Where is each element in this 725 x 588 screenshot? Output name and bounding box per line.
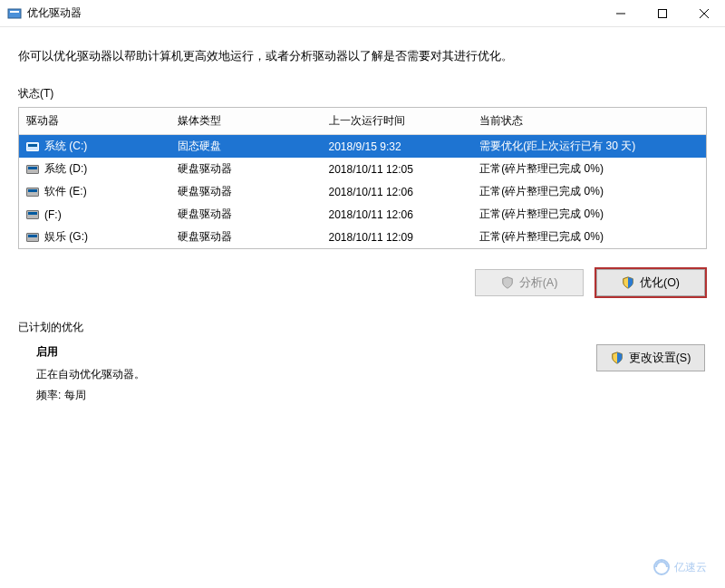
drive-name: 系统 (D:) — [44, 162, 87, 175]
svg-rect-1 — [10, 11, 19, 13]
cell-drive: (F:) — [19, 203, 170, 226]
schedule-enabled-label: 启用 — [36, 344, 145, 360]
maximize-icon — [658, 9, 667, 18]
schedule-info: 启用 正在自动优化驱动器。 频率: 每周 — [18, 344, 145, 409]
maximize-button[interactable] — [642, 0, 683, 27]
col-media[interactable]: 媒体类型 — [170, 108, 322, 135]
drives-table: 驱动器 媒体类型 上一次运行时间 当前状态 系统 (C:)固态硬盘2018/9/… — [19, 108, 706, 248]
drive-icon — [26, 210, 39, 219]
app-icon — [7, 6, 22, 21]
cell-drive: 娱乐 (G:) — [19, 226, 170, 248]
drive-icon — [26, 165, 39, 174]
cell-drive: 系统 (C:) — [19, 135, 170, 159]
drive-icon — [26, 142, 39, 151]
cell-state: 需要优化(距上次运行已有 30 天) — [472, 135, 706, 159]
shield-icon — [501, 276, 514, 289]
cell-lastrun: 2018/10/11 12:09 — [322, 226, 473, 248]
col-state[interactable]: 当前状态 — [472, 108, 706, 135]
table-header-row: 驱动器 媒体类型 上一次运行时间 当前状态 — [19, 108, 706, 135]
cell-media: 硬盘驱动器 — [170, 180, 322, 203]
col-lastrun[interactable]: 上一次运行时间 — [322, 108, 473, 135]
table-row[interactable]: 软件 (E:)硬盘驱动器2018/10/11 12:06正常(碎片整理已完成 0… — [19, 180, 706, 203]
close-button[interactable] — [683, 0, 725, 27]
status-section-label: 状态(T) — [18, 86, 707, 101]
schedule-status-line: 正在自动优化驱动器。 — [36, 367, 145, 382]
cell-media: 硬盘驱动器 — [170, 203, 322, 226]
drive-name: 娱乐 (G:) — [44, 230, 88, 243]
window-controls — [600, 0, 725, 27]
cell-lastrun: 2018/9/15 9:32 — [322, 135, 473, 159]
drive-name: 软件 (E:) — [44, 185, 87, 198]
svg-rect-3 — [659, 9, 667, 17]
minimize-icon — [616, 9, 625, 18]
titlebar: 优化驱动器 — [0, 0, 725, 27]
optimize-button[interactable]: 优化(O) — [596, 269, 705, 296]
schedule-section: 已计划的优化 启用 正在自动优化驱动器。 频率: 每周 更改设置(S) — [18, 320, 707, 409]
schedule-frequency-line: 频率: 每周 — [36, 388, 145, 403]
drives-panel: 驱动器 媒体类型 上一次运行时间 当前状态 系统 (C:)固态硬盘2018/9/… — [18, 107, 707, 249]
col-drive[interactable]: 驱动器 — [19, 108, 170, 135]
cell-media: 硬盘驱动器 — [170, 158, 322, 180]
cell-media: 硬盘驱动器 — [170, 226, 322, 248]
table-row[interactable]: 娱乐 (G:)硬盘驱动器2018/10/11 12:09正常(碎片整理已完成 0… — [19, 226, 706, 248]
analyze-button: 分析(A) — [475, 269, 584, 296]
watermark: 亿速云 — [651, 553, 714, 581]
shield-icon — [611, 352, 624, 364]
window-title: 优化驱动器 — [27, 5, 82, 21]
intro-text: 你可以优化驱动器以帮助计算机更高效地运行，或者分析驱动器以了解是否需要对其进行优… — [18, 49, 707, 64]
cell-lastrun: 2018/10/11 12:06 — [322, 203, 473, 226]
drive-name: (F:) — [44, 208, 62, 221]
cell-state: 正常(碎片整理已完成 0%) — [472, 226, 706, 248]
change-settings-button[interactable]: 更改设置(S) — [596, 344, 705, 371]
optimize-label: 优化(O) — [640, 275, 680, 291]
drive-icon — [26, 233, 39, 242]
cell-media: 固态硬盘 — [170, 135, 322, 159]
cell-drive: 系统 (D:) — [19, 158, 170, 180]
table-row[interactable]: 系统 (D:)硬盘驱动器2018/10/11 12:05正常(碎片整理已完成 0… — [19, 158, 706, 180]
change-settings-label: 更改设置(S) — [629, 351, 691, 366]
table-row[interactable]: (F:)硬盘驱动器2018/10/11 12:06正常(碎片整理已完成 0%) — [19, 203, 706, 226]
drive-icon — [26, 188, 39, 197]
cell-lastrun: 2018/10/11 12:05 — [322, 158, 473, 180]
drive-name: 系统 (C:) — [44, 140, 87, 152]
cell-state: 正常(碎片整理已完成 0%) — [472, 180, 706, 203]
cell-state: 正常(碎片整理已完成 0%) — [472, 158, 706, 180]
analyze-label: 分析(A) — [519, 275, 558, 291]
table-row[interactable]: 系统 (C:)固态硬盘2018/9/15 9:32需要优化(距上次运行已有 30… — [19, 135, 706, 159]
cell-drive: 软件 (E:) — [19, 180, 170, 203]
minimize-button[interactable] — [600, 0, 642, 27]
svg-text:亿速云: 亿速云 — [673, 561, 707, 574]
shield-icon — [622, 276, 634, 289]
svg-rect-0 — [8, 9, 21, 18]
cell-state: 正常(碎片整理已完成 0%) — [472, 203, 706, 226]
close-icon — [700, 9, 709, 18]
action-button-row: 分析(A) 优化(O) — [18, 269, 705, 296]
cell-lastrun: 2018/10/11 12:06 — [322, 180, 473, 203]
schedule-section-label: 已计划的优化 — [18, 320, 707, 335]
